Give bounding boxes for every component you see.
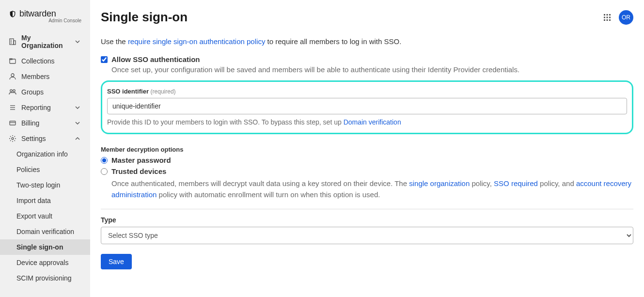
domain-verification-link[interactable]: Domain verification [344,118,401,126]
svg-rect-19 [604,16,605,18]
users-icon [9,88,16,96]
svg-rect-22 [604,19,605,21]
card-icon [9,119,16,127]
allow-sso-label: Allow SSO authentication [111,55,200,63]
building-icon [9,38,16,46]
gear-icon [9,135,16,142]
sidebar-sub-domain-verification[interactable]: Domain verification [0,224,90,239]
svg-rect-24 [609,19,611,21]
allow-sso-checkbox[interactable] [101,56,108,63]
sidebar-item-members[interactable]: Members [0,69,90,84]
svg-rect-21 [609,16,611,18]
sidebar-sub-two-step-login[interactable]: Two-step login [0,177,90,193]
require-sso-policy-link[interactable]: require single sign-on authentication po… [128,37,266,46]
shield-icon [9,10,16,18]
sidebar-sub-device-approvals[interactable]: Device approvals [0,255,90,270]
sidebar-sub-export-vault[interactable]: Export vault [0,208,90,224]
app-grid-icon[interactable] [603,14,611,21]
chevron-down-icon [74,104,81,111]
svg-point-15 [12,138,14,140]
sso-required-link[interactable]: SSO required [494,179,538,188]
sidebar-sub-import-data[interactable]: Import data [0,193,90,208]
list-icon [9,104,16,111]
sidebar-item-my-organization[interactable]: My Organization [0,30,90,53]
sidebar-item-collections[interactable]: Collections [0,53,90,69]
trusted-devices-radio[interactable] [101,168,108,175]
sidebar-item-label: Members [21,73,49,80]
sidebar: bitwarden Admin Console My Organization … [0,0,90,297]
sidebar-sub-single-sign-on[interactable]: Single sign-on [0,239,90,255]
trusted-devices-help: Once authenticated, members will decrypt… [111,178,633,200]
brand-logo: bitwarden Admin Console [0,9,90,30]
sso-identifier-help: Provide this ID to your members to login… [107,118,627,126]
chevron-down-icon [74,119,81,127]
sidebar-item-label: My Organization [21,34,74,49]
sidebar-item-label: Groups [21,88,44,96]
svg-rect-1 [14,41,16,45]
sso-identifier-highlight: SSO identifier (required) Provide this I… [101,80,633,134]
svg-rect-17 [607,14,608,16]
sidebar-item-groups[interactable]: Groups [0,84,90,100]
sidebar-sub-policies[interactable]: Policies [0,162,90,177]
svg-rect-20 [607,16,608,18]
sidebar-item-label: Settings [21,135,46,142]
separator [101,209,633,209]
avatar[interactable]: OR [619,10,633,25]
sidebar-item-label: Reporting [21,104,51,111]
sidebar-item-label: Collections [21,57,54,65]
svg-rect-23 [607,19,608,21]
chevron-up-icon [74,135,81,142]
svg-point-7 [11,74,14,77]
trusted-devices-label: Trusted devices [111,167,166,175]
main-content: Single sign-on OR Use the require single… [90,0,644,297]
chevron-down-icon [74,38,81,46]
sso-type-select[interactable]: Select SSO type [101,227,633,244]
intro-text: Use the require single sign-on authentic… [101,37,633,46]
allow-sso-helper: Once set up, your configuration will be … [111,65,633,74]
sidebar-item-billing[interactable]: Billing [0,115,90,131]
svg-rect-16 [604,14,605,16]
sidebar-item-reporting[interactable]: Reporting [0,100,90,115]
save-button[interactable]: Save [101,254,132,269]
svg-point-9 [13,90,15,92]
sidebar-sub-organization-info[interactable]: Organization info [0,146,90,162]
sidebar-item-label: Billing [21,119,39,127]
single-organization-link[interactable]: single organization [409,179,470,188]
sidebar-item-settings[interactable]: Settings [0,131,90,146]
svg-rect-18 [609,14,611,16]
sso-identifier-input[interactable] [107,98,627,114]
folder-icon [9,57,16,65]
sidebar-sub-scim-provisioning[interactable]: SCIM provisioning [0,270,90,286]
user-icon [9,73,16,80]
member-decryption-heading: Member decryption options [101,146,633,153]
master-password-radio[interactable] [101,157,108,164]
sso-identifier-label: SSO identifier (required) [107,88,627,95]
svg-rect-13 [10,121,16,125]
master-password-label: Master password [111,156,171,164]
brand-name: bitwarden [19,9,56,19]
page-title: Single sign-on [101,10,188,25]
type-label: Type [101,216,633,224]
svg-point-8 [10,90,12,92]
